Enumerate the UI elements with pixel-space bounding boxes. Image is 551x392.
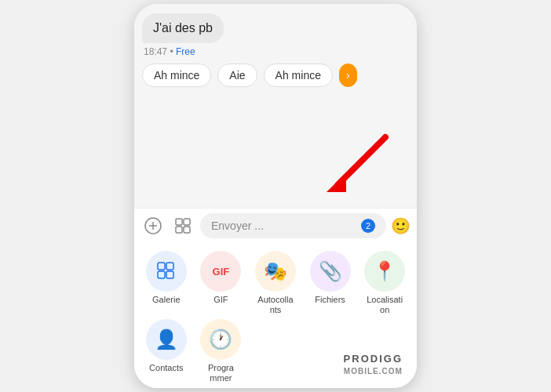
quick-reply-ah-mince-2[interactable]: Ah mince [264, 64, 333, 87]
message-meta: 18:47 • Free [142, 46, 409, 57]
gallery-icon[interactable] [170, 213, 195, 238]
svg-rect-7 [158, 263, 165, 270]
input-bar: Envoyer ... 2 🙂 [134, 208, 417, 243]
fichiers-circle: 📎 [310, 251, 351, 292]
phone-frame: J'ai des pb 18:47 • Free Ah mince Aie Ah… [134, 4, 417, 388]
svg-rect-3 [176, 219, 182, 225]
localisation-circle: 📍 [364, 251, 405, 292]
attachment-contacts[interactable]: 👤 Contacts [140, 319, 192, 383]
svg-rect-5 [176, 227, 182, 233]
quick-reply-ah-mince-1[interactable]: Ah mince [142, 64, 211, 87]
message-text: J'ai des pb [153, 21, 213, 34]
message-bubble: J'ai des pb [142, 13, 224, 43]
galerie-label: Galerie [152, 295, 180, 305]
chat-area: J'ai des pb 18:47 • Free Ah mince Aie Ah… [134, 4, 417, 208]
plus-icon[interactable] [140, 213, 166, 238]
programmer-label: Programmer [208, 363, 234, 383]
programmer-circle: 🕐 [200, 319, 241, 360]
input-placeholder: Envoyer ... [211, 220, 356, 232]
message-network: Free [176, 46, 195, 57]
autocollants-label: Autocollants [257, 295, 293, 315]
gif-circle: GIF [200, 251, 241, 292]
message-time: 18:47 [144, 46, 167, 57]
input-badge: 2 [361, 219, 375, 233]
watermark-brand: PRODIGG [344, 353, 403, 366]
fichiers-label: Fichiers [315, 295, 345, 305]
svg-rect-8 [166, 263, 173, 270]
quick-reply-more[interactable]: › [339, 64, 357, 87]
gif-label: GIF [213, 295, 228, 305]
attachment-gif[interactable]: GIF GIF [195, 251, 247, 315]
watermark: PRODIGG MOBILE.COM [339, 350, 407, 379]
attachment-autocollants[interactable]: 🎭 Autocollants [250, 251, 301, 315]
attachment-galerie[interactable]: Galerie [140, 251, 192, 315]
svg-rect-9 [158, 271, 165, 278]
attachment-fichiers[interactable]: 📎 Fichiers [305, 251, 356, 315]
message-input[interactable]: Envoyer ... 2 [200, 213, 386, 238]
message-separator: • [170, 46, 173, 57]
localisation-label: Localisation [367, 295, 403, 315]
emoji-icon[interactable]: 🙂 [391, 216, 411, 235]
svg-rect-6 [184, 227, 190, 233]
attachment-programmer[interactable]: 🕐 Programmer [195, 319, 247, 383]
svg-rect-4 [184, 219, 190, 225]
contacts-circle: 👤 [146, 319, 187, 360]
autocollants-circle: 🎭 [255, 251, 296, 292]
watermark-url: MOBILE.COM [344, 366, 403, 376]
attachment-localisation[interactable]: 📍 Localisation [359, 251, 411, 315]
svg-rect-10 [166, 271, 173, 278]
galerie-circle [146, 251, 187, 292]
quick-replies: Ah mince Aie Ah mince › [142, 64, 409, 87]
quick-reply-aie[interactable]: Aie [217, 64, 257, 87]
contacts-label: Contacts [149, 363, 183, 373]
